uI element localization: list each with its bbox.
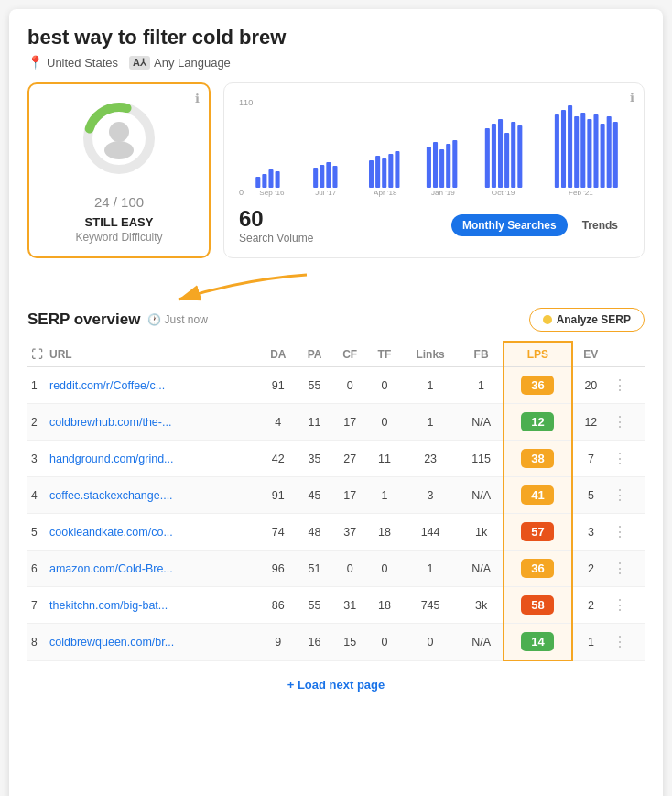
row-menu[interactable]: ⋮ <box>609 477 645 514</box>
url-link[interactable]: reddit.com/r/Coffee/c... <box>49 379 165 392</box>
row-menu[interactable]: ⋮ <box>609 587 645 624</box>
svg-text:Jul '17: Jul '17 <box>315 189 337 197</box>
row-url[interactable]: thekitchn.com/big-bat... <box>46 587 259 624</box>
row-tf: 18 <box>368 587 402 624</box>
svg-point-2 <box>109 122 129 142</box>
analyze-serp-button[interactable]: Analyze SERP <box>529 308 645 332</box>
svg-rect-42 <box>593 114 598 188</box>
svg-rect-41 <box>587 119 591 188</box>
row-pa: 35 <box>297 441 331 477</box>
search-volume-section: 60 Search Volume <box>239 206 313 245</box>
row-fb: N/A <box>460 624 504 661</box>
lps-badge: 36 <box>521 376 554 395</box>
row-tf: 18 <box>368 514 402 551</box>
row-links: 1 <box>401 551 460 587</box>
svg-text:0: 0 <box>239 188 244 197</box>
location-meta: 📍 United States <box>27 55 118 70</box>
row-lps: 57 <box>504 514 571 551</box>
row-url[interactable]: coffee.stackexchange.... <box>46 477 259 514</box>
row-menu[interactable]: ⋮ <box>609 514 645 551</box>
tab-monthly-searches[interactable]: Monthly Searches <box>451 214 568 236</box>
row-menu-icon[interactable]: ⋮ <box>612 487 627 503</box>
table-header-row: ⛶ URL DA PA CF TF Links FB LPS EV <box>27 342 645 367</box>
row-menu-icon[interactable]: ⋮ <box>612 634 627 649</box>
col-url: URL <box>46 342 259 367</box>
row-lps: 38 <box>504 441 571 477</box>
url-link[interactable]: handground.com/grind... <box>49 453 174 465</box>
svg-rect-44 <box>607 116 612 188</box>
svg-rect-26 <box>433 142 438 188</box>
svg-text:Sep '16: Sep '16 <box>259 189 285 197</box>
svg-text:Apr '18: Apr '18 <box>374 189 397 197</box>
svg-rect-15 <box>276 171 280 188</box>
row-links: 0 <box>401 624 460 661</box>
row-menu-icon[interactable]: ⋮ <box>612 597 627 613</box>
row-menu-icon[interactable]: ⋮ <box>612 561 627 576</box>
svg-rect-39 <box>574 116 579 188</box>
language-meta: A⅄ Any Language <box>129 56 231 70</box>
table-header: ⛶ URL DA PA CF TF Links FB LPS EV <box>27 342 645 367</box>
row-menu[interactable]: ⋮ <box>609 624 645 661</box>
svg-rect-40 <box>580 113 585 188</box>
row-ev: 20 <box>572 367 609 404</box>
row-menu-icon[interactable]: ⋮ <box>612 524 627 540</box>
row-number: 1 <box>27 367 46 404</box>
row-url[interactable]: coldbrewqueen.com/br... <box>46 624 259 661</box>
url-link[interactable]: amazon.com/Cold-Bre... <box>49 562 173 575</box>
row-menu[interactable]: ⋮ <box>609 551 645 587</box>
col-pa: PA <box>297 342 331 367</box>
row-fb: N/A <box>460 404 504 441</box>
row-menu[interactable]: ⋮ <box>609 367 645 404</box>
svg-rect-25 <box>427 147 431 188</box>
col-lps: LPS <box>504 342 571 367</box>
row-menu-icon[interactable]: ⋮ <box>612 377 627 393</box>
url-link[interactable]: coldbrewhub.com/the-... <box>49 416 171 429</box>
row-url[interactable]: cookieandkate.com/co... <box>46 514 259 551</box>
kd-sublabel: Keyword Difficulty <box>44 231 194 244</box>
row-lps: 41 <box>504 477 571 514</box>
table-row: 8coldbrewqueen.com/br...9161500N/A141⋮ <box>27 624 645 661</box>
chart-bottom: 60 Search Volume Monthly Searches Trends <box>239 206 629 245</box>
load-next-link[interactable]: + Load next page <box>287 678 385 692</box>
row-url[interactable]: coldbrewhub.com/the-... <box>46 404 259 441</box>
lang-badge: A⅄ <box>129 56 150 70</box>
analyze-dot-icon <box>543 315 552 324</box>
row-url[interactable]: reddit.com/r/Coffee/c... <box>46 367 259 404</box>
row-menu[interactable]: ⋮ <box>609 441 645 477</box>
chart-info-icon[interactable]: ℹ <box>630 91 634 104</box>
svg-rect-28 <box>446 144 450 188</box>
table-row: 3handground.com/grind...4235271123115387… <box>27 441 645 477</box>
col-expand: ⛶ <box>27 342 46 367</box>
row-pa: 48 <box>297 514 331 551</box>
svg-rect-33 <box>504 133 509 188</box>
tab-trends[interactable]: Trends <box>571 214 629 236</box>
url-link[interactable]: coldbrewqueen.com/br... <box>49 636 174 649</box>
row-menu[interactable]: ⋮ <box>609 404 645 441</box>
row-fb: 1k <box>460 514 504 551</box>
row-pa: 55 <box>297 367 331 404</box>
row-ev: 2 <box>572 587 609 624</box>
load-next-section: + Load next page <box>27 676 645 692</box>
language-label: Any Language <box>154 56 231 70</box>
url-link[interactable]: cookieandkate.com/co... <box>49 526 173 539</box>
row-pa: 51 <box>297 551 331 587</box>
table-row: 1reddit.com/r/Coffee/c...915500113620⋮ <box>27 367 645 404</box>
url-link[interactable]: coffee.stackexchange.... <box>49 489 173 502</box>
page-title: best way to filter cold brew <box>27 26 645 49</box>
kd-info-icon[interactable]: ℹ <box>195 92 200 105</box>
col-ev: EV <box>572 342 609 367</box>
row-da: 9 <box>259 624 297 661</box>
row-url[interactable]: handground.com/grind... <box>46 441 259 477</box>
url-link[interactable]: thekitchn.com/big-bat... <box>49 599 168 612</box>
chart-card: ℹ 110 0 Sep '16 Jul '17 Apr '18 Jan '19 … <box>223 82 645 258</box>
row-da: 4 <box>259 404 297 441</box>
row-fb: 1 <box>460 367 504 404</box>
row-menu-icon[interactable]: ⋮ <box>612 414 627 430</box>
row-url[interactable]: amazon.com/Cold-Bre... <box>46 551 259 587</box>
row-menu-icon[interactable]: ⋮ <box>612 451 627 466</box>
lps-badge: 58 <box>521 595 554 615</box>
row-links: 745 <box>401 587 460 624</box>
svg-text:110: 110 <box>239 98 253 107</box>
row-lps: 58 <box>504 587 571 624</box>
serp-table: ⛶ URL DA PA CF TF Links FB LPS EV 1reddi… <box>27 341 645 661</box>
